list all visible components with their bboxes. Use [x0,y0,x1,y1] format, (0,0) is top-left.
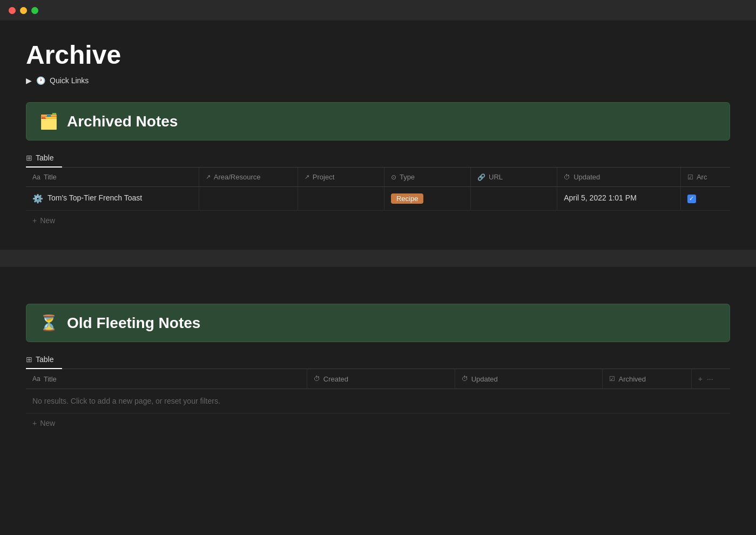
old-fleeting-table-tab[interactable]: ⊞ Table [26,351,62,369]
updated-col-icon: ⏱ [564,173,570,181]
archived-notes-new-button[interactable]: + New [26,211,730,230]
row-updated: April 5, 2022 1:01 PM [557,187,681,211]
close-button[interactable] [9,7,16,14]
table-tab-label: Table [36,153,53,162]
no-results-row: No results. Click to add a new page, or … [26,389,730,413]
col-header-updated-2: ⏱ Updated [455,369,603,389]
table-tab-icon: ⊞ [26,153,32,162]
triangle-icon: ▶ [26,76,32,85]
row-archived: ✓ [680,187,730,211]
archived-notes-section-header: 🗂️ Archived Notes [26,102,730,141]
row-url [471,187,557,211]
col-header-created: ⏱ Created [307,369,455,389]
old-fleeting-tab-row: ⊞ Table [26,351,730,369]
col-header-title: Aa Title [26,168,199,187]
col-header-project: ↗ Project [298,168,384,187]
title-bar [0,0,756,21]
row-title: Tom's Top-Tier French Toast [48,193,142,202]
quick-links-row[interactable]: ▶ 🕐 Quick Links [26,76,730,85]
new-label-2: New [40,419,55,427]
more-col-icon[interactable]: ··· [707,374,713,383]
project-col-icon: ↗ [305,173,309,180]
new-plus-icon-2: + [32,419,37,427]
quick-links-label: Quick Links [50,76,89,85]
archived-col-icon-2: ☑ [609,375,615,383]
main-content: Archive ▶ 🕐 Quick Links 🗂️ Archived Note… [0,21,756,250]
title-col-icon: Aa [32,173,40,181]
old-fleeting-section-header: ⏳ Old Fleeting Notes [26,304,730,342]
col-header-archived: ☑ Arc [680,168,730,187]
row-area [199,187,298,211]
row-project [298,187,384,211]
maximize-button[interactable] [31,7,38,14]
archived-notes-icon: 🗂️ [39,112,58,130]
no-results-text: No results. Click to add a new page, or … [26,389,730,413]
archived-notes-title: Archived Notes [67,113,178,130]
old-fleeting-new-button[interactable]: + New [26,413,730,433]
col-header-area: ↗ Area/Resource [199,168,298,187]
section-divider [0,250,756,267]
row-type: Recipe [384,187,470,211]
table-tab-icon-2: ⊞ [26,355,32,364]
url-col-icon: 🔗 [477,173,485,181]
old-fleeting-table: Aa Title ⏱ Created ⏱ Updated [26,369,730,413]
col-header-updated: ⏱ Updated [557,168,681,187]
col-header-title-2: Aa Title [26,369,307,389]
quick-links-icon: 🕐 [36,76,45,85]
row-icon: ⚙️ [32,193,43,204]
archived-notes-table: Aa Title ↗ Area/Resource ↗ Project [26,168,730,211]
area-col-icon: ↗ [206,173,211,180]
archived-col-icon: ☑ [687,173,693,181]
updated-col-icon-2: ⏱ [462,375,468,383]
col-header-archived-2: ☑ Archived [603,369,691,389]
col-header-type: ⊙ Type [384,168,470,187]
old-fleeting-icon: ⏳ [39,314,58,332]
col-add[interactable]: + ··· [691,369,730,389]
add-col-icon[interactable]: + [698,374,703,383]
col-header-url: 🔗 URL [471,168,557,187]
new-plus-icon: + [32,216,37,225]
type-col-icon: ⊙ [391,173,396,181]
new-label: New [40,216,55,225]
old-fleeting-title: Old Fleeting Notes [67,315,200,332]
table-row[interactable]: ⚙️ Tom's Top-Tier French Toast Recipe Ap… [26,187,730,211]
page-title: Archive [26,40,730,70]
archived-notes-table-tab[interactable]: ⊞ Table [26,149,62,168]
type-badge: Recipe [391,193,423,204]
table-tab-label-2: Table [36,355,53,364]
title-col-icon-2: Aa [32,375,40,383]
archived-notes-tab-row: ⊞ Table [26,149,730,168]
old-fleeting-content: ⏳ Old Fleeting Notes ⊞ Table Aa Title ⏱ [0,284,756,452]
archived-checkbox[interactable]: ✓ [687,195,696,203]
minimize-button[interactable] [20,7,27,14]
created-col-icon: ⏱ [314,375,320,383]
